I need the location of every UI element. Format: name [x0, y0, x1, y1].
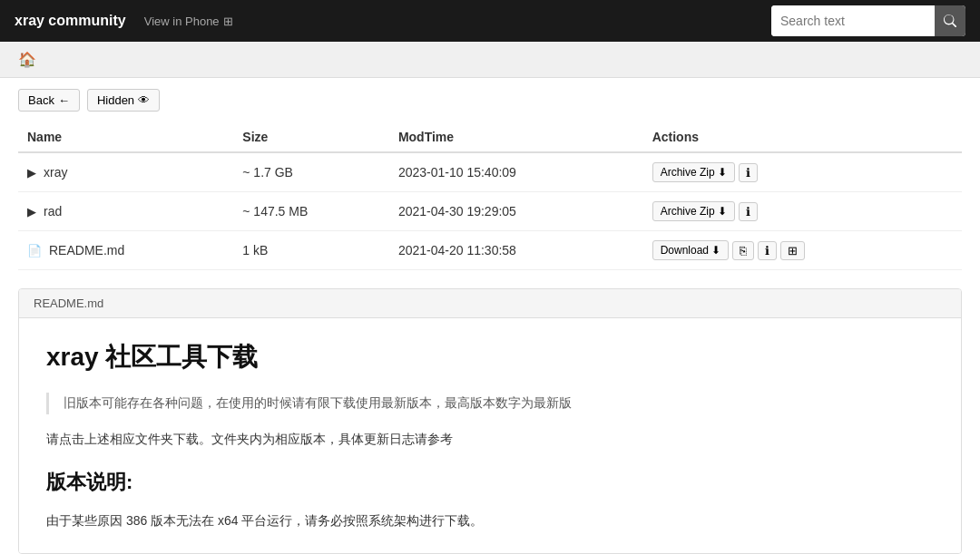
cell-size: ~ 1.7 GB: [233, 152, 389, 192]
readme-section-title: 版本说明:: [46, 469, 934, 496]
main-content: Back ← Hidden 👁 Name Size ModTime Action…: [0, 78, 980, 554]
table-row: ▶ xray ~ 1.7 GB2023-01-10 15:40:09 Archi…: [18, 152, 962, 192]
search-icon: [944, 15, 956, 27]
search-box: [771, 5, 965, 36]
download-icon: ⬇: [718, 166, 727, 179]
archive-zip-button[interactable]: Archive Zip ⬇: [652, 162, 735, 182]
back-button[interactable]: Back ←: [18, 89, 80, 112]
breadcrumb-bar: 🏠: [0, 42, 980, 78]
readme-para1: 请点击上述相应文件夹下载。文件夹内为相应版本，具体更新日志请参考: [46, 429, 934, 451]
cell-modtime: 2021-04-20 11:30:58: [389, 231, 643, 270]
qr-button[interactable]: ⊞: [780, 241, 805, 260]
view-phone-label: View in Phone: [144, 15, 220, 28]
eye-icon: 👁: [138, 93, 150, 107]
back-arrow-icon: ←: [58, 93, 70, 107]
table-row: ▶ rad ~ 147.5 MB2021-04-30 19:29:05 Arch…: [18, 192, 962, 231]
file-link[interactable]: xray: [44, 165, 67, 180]
file-link[interactable]: rad: [44, 204, 62, 219]
cell-actions: Archive Zip ⬇ ℹ: [643, 192, 962, 231]
cell-name: ▶ rad: [18, 192, 233, 231]
view-phone-icon: ⊞: [223, 15, 233, 28]
share-button[interactable]: ⎘: [732, 241, 754, 260]
folder-icon: ▶: [27, 205, 36, 219]
readme-body: xray 社区工具下载 旧版本可能存在各种问题，在使用的时候请有限下载使用最新版…: [19, 318, 961, 553]
cell-modtime: 2021-04-30 19:29:05: [389, 192, 643, 231]
brand-logo: xray community: [15, 13, 126, 29]
hidden-label: Hidden: [97, 93, 134, 107]
readme-title: xray 社区工具下载: [46, 340, 934, 374]
toolbar: Back ← Hidden 👁: [18, 78, 962, 122]
col-size: Size: [233, 122, 389, 152]
cell-name: 📄 README.md: [18, 231, 233, 270]
cell-name: ▶ xray: [18, 152, 233, 192]
file-icon: 📄: [27, 244, 42, 258]
back-label: Back: [28, 93, 54, 107]
home-icon[interactable]: 🏠: [18, 52, 36, 67]
cell-actions: Archive Zip ⬇ ℹ: [643, 152, 962, 192]
table-row: 📄 README.md 1 kB2021-04-20 11:30:58 Down…: [18, 231, 962, 270]
top-header: xray community View in Phone ⊞: [0, 0, 980, 42]
table-header-row: Name Size ModTime Actions: [18, 122, 962, 152]
cell-modtime: 2023-01-10 15:40:09: [389, 152, 643, 192]
download-button[interactable]: Download ⬇: [652, 240, 729, 260]
folder-icon: ▶: [27, 166, 36, 180]
cell-actions: Download ⬇ ⎘ ℹ ⊞: [643, 231, 962, 270]
readme-note: 由于某些原因 386 版本无法在 x64 平台运行，请务必按照系统架构进行下载。: [46, 510, 934, 532]
readme-filename: README.md: [19, 289, 961, 318]
readme-panel: README.md xray 社区工具下载 旧版本可能存在各种问题，在使用的时候…: [18, 288, 962, 554]
info-button[interactable]: ℹ: [758, 241, 777, 260]
col-modtime: ModTime: [389, 122, 643, 152]
download-icon: ⬇: [711, 244, 720, 257]
col-name: Name: [18, 122, 233, 152]
file-table: Name Size ModTime Actions ▶ xray ~ 1.7 G…: [18, 122, 962, 270]
view-phone-link[interactable]: View in Phone ⊞: [144, 15, 233, 28]
search-button[interactable]: [935, 5, 965, 36]
info-button[interactable]: ℹ: [739, 163, 758, 182]
search-input[interactable]: [771, 5, 935, 36]
download-icon: ⬇: [718, 205, 727, 218]
readme-blockquote: 旧版本可能存在各种问题，在使用的时候请有限下载使用最新版本，最高版本数字为最新版: [46, 393, 934, 414]
file-link[interactable]: README.md: [49, 243, 124, 258]
col-actions: Actions: [643, 122, 962, 152]
archive-zip-button[interactable]: Archive Zip ⬇: [652, 201, 735, 221]
cell-size: 1 kB: [233, 231, 389, 270]
hidden-button[interactable]: Hidden 👁: [87, 89, 160, 112]
cell-size: ~ 147.5 MB: [233, 192, 389, 231]
info-button[interactable]: ℹ: [739, 202, 758, 221]
